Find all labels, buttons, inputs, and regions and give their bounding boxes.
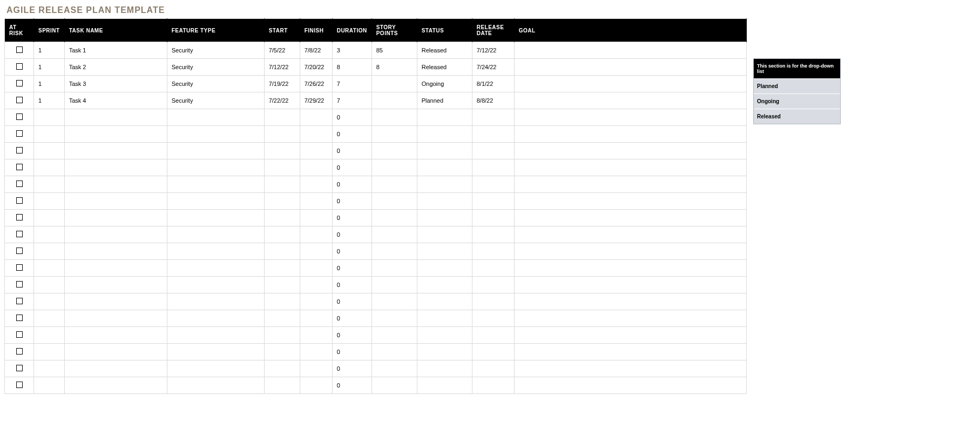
- story-points-cell[interactable]: [371, 377, 417, 394]
- status-cell[interactable]: [417, 109, 472, 126]
- status-cell[interactable]: [417, 193, 472, 210]
- release-date-cell[interactable]: [472, 293, 514, 310]
- start-cell[interactable]: [264, 193, 300, 210]
- goal-cell[interactable]: [514, 344, 746, 360]
- goal-cell[interactable]: [514, 293, 746, 310]
- at-risk-checkbox-cell[interactable]: [5, 59, 34, 76]
- sprint-cell[interactable]: [34, 159, 65, 176]
- start-cell[interactable]: [264, 226, 300, 243]
- feature-type-cell[interactable]: [167, 126, 264, 143]
- story-points-cell[interactable]: [371, 310, 417, 327]
- start-cell[interactable]: 7/22/22: [264, 92, 300, 109]
- story-points-cell[interactable]: 8: [371, 59, 417, 76]
- sprint-cell[interactable]: [34, 243, 65, 260]
- start-cell[interactable]: [264, 126, 300, 143]
- goal-cell[interactable]: [514, 360, 746, 377]
- release-date-cell[interactable]: [472, 327, 514, 344]
- sprint-cell[interactable]: [34, 176, 65, 193]
- duration-cell[interactable]: 0: [332, 293, 371, 310]
- story-points-cell[interactable]: [371, 327, 417, 344]
- goal-cell[interactable]: [514, 377, 746, 394]
- start-cell[interactable]: [264, 277, 300, 293]
- finish-cell[interactable]: [300, 377, 332, 394]
- checkbox-icon[interactable]: [16, 80, 23, 86]
- start-cell[interactable]: 7/5/22: [264, 42, 300, 59]
- release-date-cell[interactable]: [472, 109, 514, 126]
- status-cell[interactable]: Ongoing: [417, 76, 472, 92]
- finish-cell[interactable]: [300, 260, 332, 277]
- sprint-cell[interactable]: [34, 126, 65, 143]
- at-risk-checkbox-cell[interactable]: [5, 310, 34, 327]
- finish-cell[interactable]: 7/8/22: [300, 42, 332, 59]
- release-date-cell[interactable]: [472, 360, 514, 377]
- at-risk-checkbox-cell[interactable]: [5, 293, 34, 310]
- goal-cell[interactable]: [514, 310, 746, 327]
- goal-cell[interactable]: [514, 42, 746, 59]
- checkbox-icon[interactable]: [16, 382, 23, 388]
- sprint-cell[interactable]: [34, 360, 65, 377]
- feature-type-cell[interactable]: [167, 193, 264, 210]
- release-date-cell[interactable]: [472, 210, 514, 226]
- goal-cell[interactable]: [514, 327, 746, 344]
- checkbox-icon[interactable]: [16, 181, 23, 187]
- checkbox-icon[interactable]: [16, 164, 23, 170]
- finish-cell[interactable]: [300, 310, 332, 327]
- at-risk-checkbox-cell[interactable]: [5, 277, 34, 293]
- status-cell[interactable]: [417, 260, 472, 277]
- duration-cell[interactable]: 0: [332, 327, 371, 344]
- duration-cell[interactable]: 7: [332, 76, 371, 92]
- feature-type-cell[interactable]: [167, 243, 264, 260]
- at-risk-checkbox-cell[interactable]: [5, 42, 34, 59]
- task-name-cell[interactable]: Task 1: [64, 42, 167, 59]
- at-risk-checkbox-cell[interactable]: [5, 143, 34, 159]
- checkbox-icon[interactable]: [16, 315, 23, 321]
- feature-type-cell[interactable]: Security: [167, 42, 264, 59]
- finish-cell[interactable]: [300, 126, 332, 143]
- at-risk-checkbox-cell[interactable]: [5, 344, 34, 360]
- task-name-cell[interactable]: [64, 260, 167, 277]
- start-cell[interactable]: [264, 143, 300, 159]
- release-date-cell[interactable]: [472, 377, 514, 394]
- task-name-cell[interactable]: [64, 226, 167, 243]
- task-name-cell[interactable]: [64, 310, 167, 327]
- task-name-cell[interactable]: [64, 159, 167, 176]
- story-points-cell[interactable]: [371, 260, 417, 277]
- feature-type-cell[interactable]: [167, 377, 264, 394]
- task-name-cell[interactable]: [64, 360, 167, 377]
- duration-cell[interactable]: 0: [332, 277, 371, 293]
- goal-cell[interactable]: [514, 176, 746, 193]
- status-cell[interactable]: [417, 310, 472, 327]
- finish-cell[interactable]: [300, 344, 332, 360]
- status-cell[interactable]: [417, 344, 472, 360]
- duration-cell[interactable]: 0: [332, 310, 371, 327]
- checkbox-icon[interactable]: [16, 63, 23, 70]
- status-cell[interactable]: [417, 159, 472, 176]
- task-name-cell[interactable]: [64, 193, 167, 210]
- goal-cell[interactable]: [514, 243, 746, 260]
- sprint-cell[interactable]: [34, 293, 65, 310]
- finish-cell[interactable]: [300, 193, 332, 210]
- release-date-cell[interactable]: 7/12/22: [472, 42, 514, 59]
- release-date-cell[interactable]: 8/8/22: [472, 92, 514, 109]
- finish-cell[interactable]: [300, 159, 332, 176]
- finish-cell[interactable]: 7/20/22: [300, 59, 332, 76]
- start-cell[interactable]: [264, 377, 300, 394]
- checkbox-icon[interactable]: [16, 214, 23, 220]
- release-date-cell[interactable]: [472, 226, 514, 243]
- checkbox-icon[interactable]: [16, 248, 23, 254]
- start-cell[interactable]: [264, 293, 300, 310]
- start-cell[interactable]: [264, 360, 300, 377]
- status-cell[interactable]: [417, 360, 472, 377]
- finish-cell[interactable]: [300, 143, 332, 159]
- release-date-cell[interactable]: 7/24/22: [472, 59, 514, 76]
- status-cell[interactable]: [417, 327, 472, 344]
- checkbox-icon[interactable]: [16, 365, 23, 371]
- feature-type-cell[interactable]: [167, 159, 264, 176]
- at-risk-checkbox-cell[interactable]: [5, 92, 34, 109]
- duration-cell[interactable]: 0: [332, 109, 371, 126]
- release-date-cell[interactable]: [472, 159, 514, 176]
- release-date-cell[interactable]: [472, 277, 514, 293]
- task-name-cell[interactable]: [64, 327, 167, 344]
- finish-cell[interactable]: [300, 243, 332, 260]
- story-points-cell[interactable]: [371, 293, 417, 310]
